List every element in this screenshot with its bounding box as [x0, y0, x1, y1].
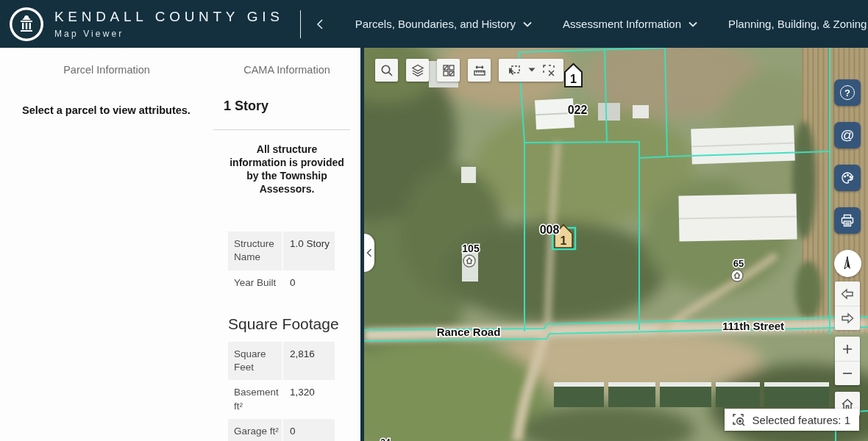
- layers-icon: [411, 64, 424, 77]
- nav-item-label: Planning, Building, & Zoning: [728, 18, 867, 30]
- chevron-down-icon: [528, 68, 536, 73]
- nav-item-label: Assessment Information: [563, 18, 681, 30]
- cama-info-column: CAMA Information 1 Story All structure i…: [213, 48, 360, 441]
- row-label: Year Built: [228, 270, 282, 295]
- zoom-in-button[interactable]: [835, 337, 860, 361]
- parcel-select-message: Select a parcel to view attributes.: [22, 104, 213, 116]
- chevron-down-icon: [523, 21, 532, 27]
- help-icon: ?: [840, 85, 855, 100]
- header-divider: [300, 10, 301, 38]
- parcel-label-008: 008: [540, 223, 560, 236]
- row-label: Square Feet: [228, 342, 282, 380]
- structure-title: 1 Story: [224, 98, 360, 114]
- svg-text:1: 1: [561, 234, 567, 247]
- row-value: 0: [282, 419, 335, 441]
- map-toolbar: [375, 59, 563, 82]
- clear-selection-button[interactable]: [542, 59, 556, 82]
- help-button[interactable]: ?: [834, 79, 861, 106]
- zoom-control-group: [835, 337, 860, 385]
- basemap-gallery-button[interactable]: [437, 59, 460, 82]
- assessor-notice: All structure information is provided by…: [228, 143, 346, 196]
- address-point-65-icon: [731, 270, 743, 282]
- palette-icon: [840, 171, 855, 185]
- nav-item-parcels[interactable]: Parcels, Boundaries, and History: [355, 18, 532, 30]
- square-footage-title: Square Footage: [228, 315, 360, 333]
- previous-extent-button[interactable]: [835, 282, 860, 306]
- address-label-105: 105: [462, 243, 480, 254]
- panel-collapse-handle[interactable]: [364, 234, 374, 272]
- row-value: 1.0 Story: [282, 232, 335, 270]
- layers-button[interactable]: [406, 59, 429, 82]
- tab-cama-information[interactable]: CAMA Information: [213, 48, 360, 76]
- road-label-rance-road: Rance Road: [437, 326, 501, 338]
- row-label: Basement ft²: [228, 380, 282, 418]
- basemap-gallery-icon: [442, 64, 455, 77]
- parcel-info-column: Parcel Information Select a parcel to vi…: [0, 48, 213, 441]
- minus-icon: [842, 368, 853, 379]
- county-seal-logo: [9, 7, 44, 42]
- select-icon: [506, 64, 521, 77]
- map-tools-rail: ? @: [834, 79, 861, 416]
- tab-parcel-information[interactable]: Parcel Information: [0, 48, 213, 76]
- row-label: Garage ft²: [228, 419, 282, 441]
- print-button[interactable]: [834, 207, 861, 234]
- next-extent-button[interactable]: [835, 306, 860, 330]
- attributes-panel: Parcel Information Select a parcel to vi…: [0, 48, 364, 441]
- app-title: KENDALL COUNTY GIS: [54, 9, 284, 25]
- arrow-right-icon: [840, 312, 855, 324]
- map-canvas[interactable]: 1 1 022 008 105 65 Rance Road 111th Stre…: [364, 48, 868, 441]
- nav-item-assessment[interactable]: Assessment Information: [563, 18, 697, 30]
- zoom-out-button[interactable]: [835, 361, 860, 385]
- section-divider: [213, 129, 350, 130]
- measure-button[interactable]: [468, 59, 491, 82]
- selected-features-label: Selected features: 1: [753, 414, 850, 426]
- edge-label-34: 34: [380, 437, 391, 441]
- nav-scroll-left-icon[interactable]: [316, 18, 324, 30]
- table-row: Structure Name 1.0 Story: [228, 232, 335, 270]
- selected-features-bar[interactable]: Selected features: 1: [725, 409, 859, 431]
- nav-item-planning[interactable]: Planning, Building, & Zoning: [728, 18, 867, 30]
- select-tool-group: [499, 59, 563, 82]
- row-value: 2,816: [282, 342, 335, 380]
- aerial-imagery: 1 1 022 008 105 65 Rance Road 111th Stre…: [364, 48, 868, 441]
- table-row: Garage ft² 0: [228, 419, 335, 441]
- main-nav: Parcels, Boundaries, and History Assessm…: [316, 18, 868, 30]
- structure-table: Structure Name 1.0 Story Year Built 0: [228, 232, 335, 295]
- address-point-105-icon: [463, 255, 475, 267]
- plus-icon: [842, 344, 853, 354]
- theme-button[interactable]: [834, 165, 861, 191]
- search-icon: [380, 64, 394, 77]
- road-label-111th-street: 111th Street: [722, 320, 784, 332]
- measure-icon: [473, 64, 486, 77]
- table-row: Basement ft² 1,320: [228, 380, 335, 418]
- chevron-left-icon: [366, 248, 372, 257]
- clear-selection-icon: [542, 64, 556, 77]
- zoom-to-selection-icon: [732, 413, 746, 427]
- compass-button[interactable]: [834, 250, 861, 277]
- table-row: Square Feet 2,816: [228, 342, 335, 380]
- row-value: 0: [282, 270, 335, 295]
- row-label: Structure Name: [228, 232, 282, 270]
- contact-button[interactable]: @: [834, 122, 861, 148]
- address-label-65: 65: [733, 258, 744, 269]
- app-header: KENDALL COUNTY GIS Map Viewer Parcels, B…: [0, 0, 868, 48]
- select-options-dropdown[interactable]: [528, 59, 536, 82]
- app-subtitle: Map Viewer: [54, 29, 284, 39]
- at-icon: @: [840, 127, 854, 143]
- square-footage-table: Square Feet 2,816 Basement ft² 1,320 Gar…: [228, 342, 335, 441]
- svg-text:1: 1: [570, 73, 577, 85]
- chevron-down-icon: [689, 21, 697, 27]
- table-row: Year Built 0: [228, 270, 335, 295]
- print-icon: [840, 213, 855, 228]
- nav-item-label: Parcels, Boundaries, and History: [355, 18, 516, 30]
- extent-nav-group: [835, 282, 860, 330]
- select-button[interactable]: [506, 59, 521, 82]
- arrow-left-icon: [840, 288, 855, 300]
- compass-north-icon: [839, 256, 855, 272]
- search-button[interactable]: [375, 59, 398, 82]
- parcel-label-022: 022: [568, 104, 588, 116]
- row-value: 1,320: [282, 380, 335, 418]
